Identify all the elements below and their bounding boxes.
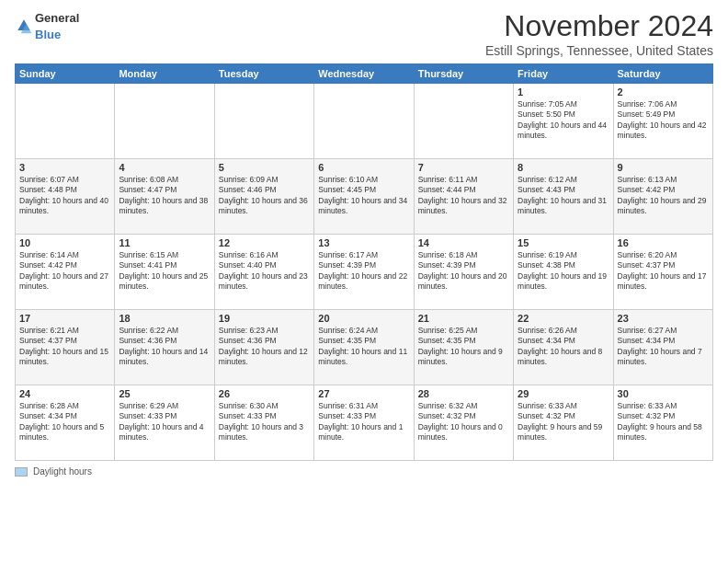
day-number: 18	[119, 313, 210, 324]
cell-info: Sunrise: 6:16 AM Sunset: 4:40 PM Dayligh…	[219, 250, 310, 293]
day-number: 22	[518, 313, 609, 324]
calendar-cell: 27Sunrise: 6:31 AM Sunset: 4:33 PM Dayli…	[314, 385, 414, 461]
weekday-header-friday: Friday	[514, 64, 613, 84]
calendar-body: 1Sunrise: 7:05 AM Sunset: 5:50 PM Daylig…	[16, 84, 713, 461]
week-row-1: 1Sunrise: 7:05 AM Sunset: 5:50 PM Daylig…	[16, 84, 713, 159]
logo: General Blue	[15, 9, 79, 42]
day-number: 7	[418, 162, 509, 173]
cell-info: Sunrise: 6:31 AM Sunset: 4:33 PM Dayligh…	[318, 401, 409, 443]
calendar-cell: 3Sunrise: 6:07 AM Sunset: 4:48 PM Daylig…	[16, 159, 115, 235]
calendar-cell: 1Sunrise: 7:05 AM Sunset: 5:50 PM Daylig…	[514, 84, 613, 159]
month-title: November 2024	[485, 9, 713, 43]
cell-info: Sunrise: 6:29 AM Sunset: 4:33 PM Dayligh…	[119, 401, 210, 443]
legend: Daylight hours	[15, 466, 713, 477]
logo-blue: Blue	[35, 28, 61, 41]
day-number: 10	[19, 237, 110, 248]
day-number: 1	[518, 86, 609, 98]
cell-info: Sunrise: 6:11 AM Sunset: 4:44 PM Dayligh…	[418, 175, 509, 217]
calendar-cell: 28Sunrise: 6:32 AM Sunset: 4:32 PM Dayli…	[414, 385, 513, 461]
day-number: 19	[219, 313, 310, 324]
calendar-cell: 29Sunrise: 6:33 AM Sunset: 4:32 PM Dayli…	[514, 385, 613, 461]
day-number: 29	[518, 388, 609, 399]
cell-info: Sunrise: 6:19 AM Sunset: 4:38 PM Dayligh…	[518, 250, 609, 293]
legend-box	[15, 467, 28, 477]
day-number: 24	[19, 388, 110, 399]
cell-info: Sunrise: 6:23 AM Sunset: 4:36 PM Dayligh…	[219, 326, 310, 368]
cell-info: Sunrise: 6:32 AM Sunset: 4:32 PM Dayligh…	[418, 401, 509, 443]
day-number: 5	[219, 162, 310, 173]
day-number: 26	[219, 388, 310, 399]
calendar-cell: 11Sunrise: 6:15 AM Sunset: 4:41 PM Dayli…	[115, 235, 214, 310]
header: General Blue November 2024 Estill Spring…	[15, 9, 713, 58]
cell-info: Sunrise: 6:12 AM Sunset: 4:43 PM Dayligh…	[518, 175, 609, 217]
day-number: 8	[518, 162, 609, 173]
calendar-cell: 4Sunrise: 6:08 AM Sunset: 4:47 PM Daylig…	[115, 159, 214, 235]
calendar-cell: 6Sunrise: 6:10 AM Sunset: 4:45 PM Daylig…	[314, 159, 414, 235]
day-number: 6	[318, 162, 409, 173]
calendar-cell	[16, 84, 115, 159]
cell-info: Sunrise: 6:17 AM Sunset: 4:39 PM Dayligh…	[318, 250, 409, 293]
day-number: 27	[318, 388, 409, 399]
legend-label: Daylight hours	[33, 466, 92, 477]
day-number: 12	[219, 237, 310, 248]
weekday-header-monday: Monday	[115, 64, 214, 84]
calendar-cell	[115, 84, 214, 159]
day-number: 23	[618, 313, 709, 324]
day-number: 2	[618, 86, 709, 98]
calendar-cell: 23Sunrise: 6:27 AM Sunset: 4:34 PM Dayli…	[613, 310, 712, 385]
cell-info: Sunrise: 6:28 AM Sunset: 4:34 PM Dayligh…	[19, 401, 110, 443]
weekday-header-saturday: Saturday	[613, 64, 712, 84]
cell-info: Sunrise: 6:13 AM Sunset: 4:42 PM Dayligh…	[618, 175, 709, 217]
calendar-cell: 19Sunrise: 6:23 AM Sunset: 4:36 PM Dayli…	[214, 310, 313, 385]
cell-info: Sunrise: 6:07 AM Sunset: 4:48 PM Dayligh…	[19, 175, 110, 217]
day-number: 15	[518, 237, 609, 248]
calendar-cell: 14Sunrise: 6:18 AM Sunset: 4:39 PM Dayli…	[414, 235, 513, 310]
cell-info: Sunrise: 6:22 AM Sunset: 4:36 PM Dayligh…	[119, 326, 210, 368]
cell-info: Sunrise: 6:15 AM Sunset: 4:41 PM Dayligh…	[119, 250, 210, 293]
weekday-header-sunday: Sunday	[16, 64, 115, 84]
calendar-cell: 8Sunrise: 6:12 AM Sunset: 4:43 PM Daylig…	[514, 159, 613, 235]
calendar-cell	[314, 84, 414, 159]
calendar-cell: 21Sunrise: 6:25 AM Sunset: 4:35 PM Dayli…	[414, 310, 513, 385]
cell-info: Sunrise: 6:21 AM Sunset: 4:37 PM Dayligh…	[19, 326, 110, 368]
calendar-cell: 24Sunrise: 6:28 AM Sunset: 4:34 PM Dayli…	[16, 385, 115, 461]
cell-info: Sunrise: 6:33 AM Sunset: 4:32 PM Dayligh…	[518, 401, 609, 443]
cell-info: Sunrise: 6:25 AM Sunset: 4:35 PM Dayligh…	[418, 326, 509, 368]
weekday-header-tuesday: Tuesday	[214, 64, 313, 84]
cell-info: Sunrise: 6:33 AM Sunset: 4:32 PM Dayligh…	[618, 401, 709, 443]
title-block: November 2024 Estill Springs, Tennessee,…	[485, 9, 713, 58]
calendar-cell: 9Sunrise: 6:13 AM Sunset: 4:42 PM Daylig…	[613, 159, 712, 235]
cell-info: Sunrise: 6:10 AM Sunset: 4:45 PM Dayligh…	[318, 175, 409, 217]
cell-info: Sunrise: 6:24 AM Sunset: 4:35 PM Dayligh…	[318, 326, 409, 368]
calendar-cell: 13Sunrise: 6:17 AM Sunset: 4:39 PM Dayli…	[314, 235, 414, 310]
day-number: 4	[119, 162, 210, 173]
day-number: 21	[418, 313, 509, 324]
calendar-cell: 25Sunrise: 6:29 AM Sunset: 4:33 PM Dayli…	[115, 385, 214, 461]
logo-icon	[15, 17, 33, 35]
calendar: SundayMondayTuesdayWednesdayThursdayFrid…	[15, 63, 713, 461]
calendar-cell: 26Sunrise: 6:30 AM Sunset: 4:33 PM Dayli…	[214, 385, 313, 461]
calendar-cell: 22Sunrise: 6:26 AM Sunset: 4:34 PM Dayli…	[514, 310, 613, 385]
day-number: 11	[119, 237, 210, 248]
calendar-cell	[214, 84, 313, 159]
day-number: 30	[618, 388, 709, 399]
day-number: 20	[318, 313, 409, 324]
week-row-2: 3Sunrise: 6:07 AM Sunset: 4:48 PM Daylig…	[16, 159, 713, 235]
calendar-cell: 2Sunrise: 7:06 AM Sunset: 5:49 PM Daylig…	[613, 84, 712, 159]
day-number: 3	[19, 162, 110, 173]
weekday-header-row: SundayMondayTuesdayWednesdayThursdayFrid…	[16, 64, 713, 84]
cell-info: Sunrise: 6:09 AM Sunset: 4:46 PM Dayligh…	[219, 175, 310, 217]
calendar-cell: 17Sunrise: 6:21 AM Sunset: 4:37 PM Dayli…	[16, 310, 115, 385]
day-number: 17	[19, 313, 110, 324]
day-number: 25	[119, 388, 210, 399]
calendar-cell: 12Sunrise: 6:16 AM Sunset: 4:40 PM Dayli…	[214, 235, 313, 310]
cell-info: Sunrise: 6:26 AM Sunset: 4:34 PM Dayligh…	[518, 326, 609, 368]
weekday-header-wednesday: Wednesday	[314, 64, 414, 84]
calendar-cell: 5Sunrise: 6:09 AM Sunset: 4:46 PM Daylig…	[214, 159, 313, 235]
weekday-header-thursday: Thursday	[414, 64, 513, 84]
cell-info: Sunrise: 7:06 AM Sunset: 5:49 PM Dayligh…	[618, 99, 709, 142]
day-number: 28	[418, 388, 509, 399]
cell-info: Sunrise: 6:27 AM Sunset: 4:34 PM Dayligh…	[618, 326, 709, 368]
cell-info: Sunrise: 6:18 AM Sunset: 4:39 PM Dayligh…	[418, 250, 509, 293]
cell-info: Sunrise: 6:20 AM Sunset: 4:37 PM Dayligh…	[618, 250, 709, 293]
